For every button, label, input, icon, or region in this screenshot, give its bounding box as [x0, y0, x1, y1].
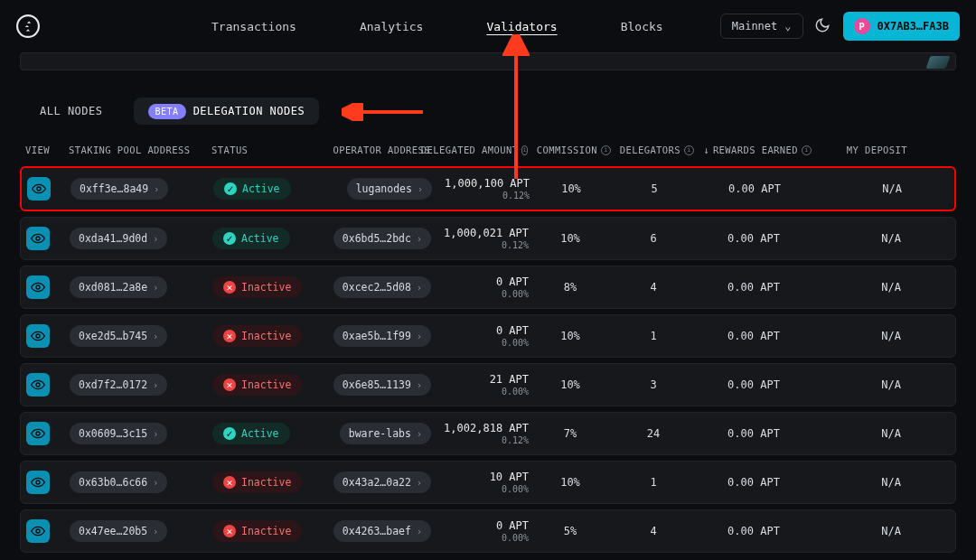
delegators-count: 3: [612, 378, 695, 391]
pool-address-pill[interactable]: 0xe2d5…b745›: [70, 325, 167, 347]
operator-pill[interactable]: 0xcec2…5d08›: [333, 276, 431, 298]
table-row[interactable]: 0xda41…9d0d›✓Active0x6bd5…2bdc›1,000,021…: [20, 217, 956, 260]
status-label: Inactive: [241, 330, 291, 342]
node-tabs: ALL NODES BETADELEGATION NODES: [0, 70, 976, 137]
nav-validators[interactable]: Validators: [486, 20, 557, 33]
wallet-button[interactable]: P 0X7AB3…FA3B: [843, 12, 960, 41]
delegated-pct: 0.12%: [431, 435, 529, 445]
operator-address: 0xae5b…1f99: [343, 330, 411, 342]
status-label: Active: [242, 182, 280, 195]
svg-point-4: [36, 334, 40, 338]
theme-toggle[interactable]: [814, 17, 831, 36]
svg-point-6: [36, 432, 40, 435]
pool-address-pill[interactable]: 0xd081…2a8e›: [70, 276, 167, 298]
chevron-right-icon: ›: [153, 331, 158, 341]
table-row[interactable]: 0xff3e…8a49›✓Activeluganodes›1,000,100 A…: [20, 166, 956, 211]
pool-address-pill[interactable]: 0x0609…3c15›: [70, 423, 167, 444]
nav-analytics[interactable]: Analytics: [360, 20, 423, 33]
col-status[interactable]: STATUS: [211, 145, 324, 155]
view-button[interactable]: [26, 373, 50, 397]
table-row[interactable]: 0xe2d5…b745›✕Inactive0xae5b…1f99›0 APT0.…: [20, 314, 956, 358]
chevron-right-icon: ›: [153, 234, 158, 244]
rewards-value: 0.00 APT: [696, 182, 813, 195]
operator-address: bware-labs: [349, 427, 411, 440]
network-select[interactable]: Mainnet ⌄: [720, 14, 803, 39]
col-delegators[interactable]: DELEGATORSi: [611, 145, 694, 155]
operator-pill[interactable]: bware-labs›: [340, 423, 431, 444]
status-label: Active: [241, 427, 279, 440]
operator-address: 0x6bd5…2bdc: [343, 232, 411, 245]
view-button[interactable]: [26, 227, 50, 250]
operator-pill[interactable]: luganodes›: [347, 178, 432, 200]
col-rewards[interactable]: ↓REWARDS EARNEDi: [694, 145, 812, 155]
status-badge: ✓Active: [212, 228, 290, 249]
delegated-amount: 0 APT0.00%: [431, 519, 529, 543]
aptos-logo-icon: [16, 14, 40, 38]
rewards-value: 0.00 APT: [695, 232, 812, 245]
view-button[interactable]: [26, 324, 50, 348]
view-button[interactable]: [26, 422, 50, 445]
chevron-right-icon: ›: [153, 429, 158, 439]
chevron-right-icon: ›: [417, 234, 422, 244]
table-row[interactable]: 0xd7f2…0172›✕Inactive0x6e85…1139›21 APT0…: [20, 363, 956, 406]
nav-transactions[interactable]: Transactions: [211, 20, 296, 33]
tab-delegation-nodes[interactable]: BETADELEGATION NODES: [134, 98, 320, 125]
hero-strip: [20, 52, 956, 70]
x-icon: ✕: [223, 281, 236, 294]
rewards-value: 0.00 APT: [695, 378, 812, 391]
status-label: Active: [241, 232, 279, 245]
operator-pill[interactable]: 0x6e85…1139›: [333, 374, 431, 396]
pool-address-pill[interactable]: 0x63b0…6c66›: [70, 471, 167, 493]
deposit-value: N/A: [812, 476, 908, 489]
col-commission[interactable]: COMMISSIONi: [528, 145, 611, 155]
info-icon: i: [802, 145, 812, 155]
table-row[interactable]: 0x47ee…20b5›✕Inactive0x4263…baef›0 APT0.…: [20, 509, 956, 553]
view-button[interactable]: [26, 471, 50, 494]
rewards-value: 0.00 APT: [695, 330, 812, 342]
status-label: Inactive: [241, 525, 291, 537]
pool-address: 0xe2d5…b745: [79, 330, 147, 342]
rewards-value: 0.00 APT: [695, 427, 812, 440]
pool-address-pill[interactable]: 0xd7f2…0172›: [70, 374, 167, 396]
col-operator[interactable]: OPERATOR ADDRESS: [324, 145, 430, 155]
pool-address: 0x63b0…6c66: [79, 476, 147, 489]
nav-blocks[interactable]: Blocks: [621, 20, 663, 33]
table-row[interactable]: 0x63b0…6c66›✕Inactive0x43a2…0a22›10 APT0…: [20, 461, 956, 504]
x-icon: ✕: [223, 525, 236, 537]
view-button[interactable]: [26, 275, 50, 299]
deposit-value: N/A: [812, 378, 908, 391]
delegators-count: 1: [612, 330, 695, 342]
status-badge: ✓Active: [213, 178, 291, 200]
table-row[interactable]: 0x0609…3c15›✓Activebware-labs›1,002,818 …: [20, 412, 956, 455]
view-button[interactable]: [27, 177, 51, 201]
tab-all-nodes[interactable]: ALL NODES: [25, 98, 117, 125]
operator-pill[interactable]: 0xae5b…1f99›: [333, 325, 431, 347]
col-deposit[interactable]: MY DEPOSIT: [812, 145, 907, 155]
operator-pill[interactable]: 0x4263…baef›: [333, 520, 431, 542]
chevron-right-icon: ›: [417, 331, 422, 341]
col-delegated[interactable]: DELEGATED AMOUNTi: [430, 145, 528, 155]
table-body: 0xff3e…8a49›✓Activeluganodes›1,000,100 A…: [20, 166, 956, 553]
delegated-amount: 1,000,100 APT0.12%: [432, 177, 530, 201]
check-icon: ✓: [223, 232, 236, 245]
validators-table: VIEW STAKING POOL ADDRESS STATUS OPERATO…: [0, 137, 976, 553]
operator-pill[interactable]: 0x43a2…0a22›: [333, 471, 431, 493]
pool-address-pill[interactable]: 0xff3e…8a49›: [70, 178, 168, 200]
table-header: VIEW STAKING POOL ADDRESS STATUS OPERATO…: [20, 137, 956, 166]
operator-address: 0x6e85…1139: [343, 378, 411, 391]
pool-address-pill[interactable]: 0x47ee…20b5›: [70, 520, 167, 542]
view-button[interactable]: [26, 519, 50, 543]
pool-address-pill[interactable]: 0xda41…9d0d›: [70, 228, 167, 249]
commission-value: 8%: [529, 281, 612, 294]
svg-point-1: [37, 187, 41, 191]
operator-pill[interactable]: 0x6bd5…2bdc›: [333, 228, 431, 249]
status-label: Inactive: [241, 378, 291, 391]
beta-badge: BETA: [148, 104, 186, 119]
table-row[interactable]: 0xd081…2a8e›✕Inactive0xcec2…5d08›0 APT0.…: [20, 266, 956, 309]
chevron-right-icon: ›: [417, 527, 422, 537]
check-icon: ✓: [223, 427, 236, 440]
x-icon: ✕: [223, 330, 236, 342]
chevron-right-icon: ›: [417, 380, 422, 390]
col-pool[interactable]: STAKING POOL ADDRESS: [69, 145, 211, 155]
delegators-count: 4: [612, 281, 695, 294]
